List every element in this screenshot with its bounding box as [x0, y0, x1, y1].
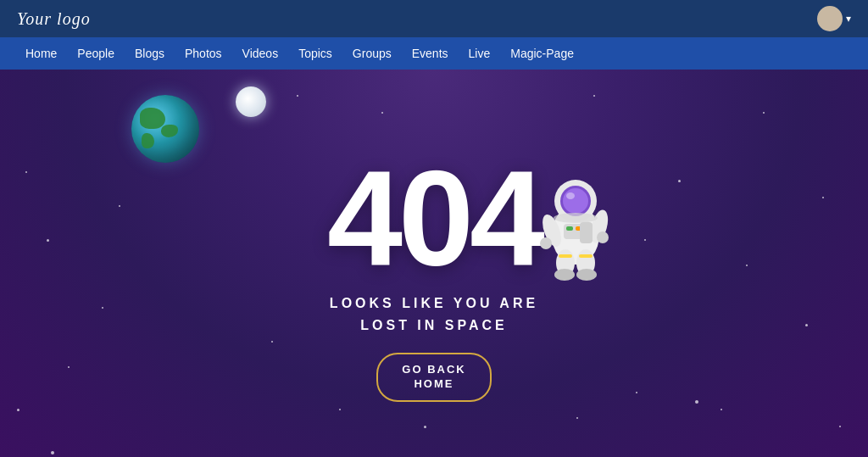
svg-rect-19 — [580, 222, 593, 243]
svg-rect-17 — [559, 254, 572, 258]
svg-point-4 — [566, 192, 575, 199]
earth-decoration — [131, 95, 199, 163]
button-line2: HOME — [414, 377, 453, 390]
star-decoration — [47, 239, 49, 242]
star-decoration — [839, 426, 841, 427]
star-decoration — [644, 239, 646, 241]
astronaut-decoration — [533, 163, 618, 281]
star-decoration — [102, 307, 103, 309]
star-decoration — [17, 409, 19, 411]
nav-blogs[interactable]: Blogs — [126, 42, 173, 65]
star-decoration — [721, 409, 722, 410]
svg-point-14 — [554, 269, 575, 281]
chevron-down-icon: ▾ — [846, 13, 851, 25]
nav-groups[interactable]: Groups — [344, 42, 400, 65]
continent-decoration — [142, 133, 154, 148]
star-decoration — [576, 417, 578, 419]
button-line1: GO BACK — [402, 363, 465, 376]
star-decoration — [746, 265, 748, 266]
star-decoration — [695, 400, 698, 404]
nav-people[interactable]: People — [69, 42, 123, 65]
earth-globe — [131, 95, 199, 163]
star-decoration — [271, 341, 273, 343]
error-message: LOOKS LIKE YOU ARE LOST IN SPACE — [330, 293, 538, 336]
nav-magic-page[interactable]: Magic-Page — [502, 42, 582, 65]
star-decoration — [763, 112, 765, 114]
nav-topics[interactable]: Topics — [290, 42, 341, 65]
star-decoration — [805, 324, 808, 326]
svg-point-11 — [597, 231, 609, 243]
star-decoration — [678, 180, 681, 182]
avatar[interactable] — [817, 6, 843, 31]
svg-rect-18 — [579, 254, 593, 258]
navbar: Home People Blogs Photos Videos Topics G… — [0, 37, 868, 70]
user-avatar-area[interactable]: ▾ — [817, 6, 851, 31]
error-code: 404 — [327, 150, 541, 286]
star-decoration — [822, 197, 824, 198]
svg-point-16 — [554, 213, 598, 223]
svg-rect-6 — [566, 226, 573, 231]
site-header: Your logo ▾ — [0, 0, 868, 37]
site-logo[interactable]: Your logo — [17, 9, 91, 29]
nav-home[interactable]: Home — [17, 42, 65, 65]
nav-events[interactable]: Events — [403, 42, 457, 65]
star-decoration — [119, 205, 120, 207]
star-decoration — [339, 409, 341, 410]
error-line2: LOST IN SPACE — [360, 318, 508, 332]
error-line1: LOOKS LIKE YOU ARE — [330, 296, 538, 310]
nav-photos[interactable]: Photos — [176, 42, 231, 65]
go-back-home-button[interactable]: GO BACK HOME — [376, 353, 491, 402]
star-decoration — [25, 171, 27, 173]
main-content: 404 LOOKS LIKE YOU ARE LOST IN SPACE GO … — [0, 70, 868, 457]
star-decoration — [381, 112, 383, 114]
svg-point-10 — [540, 237, 552, 249]
nav-videos[interactable]: Videos — [234, 42, 287, 65]
star-decoration — [51, 451, 54, 454]
star-decoration — [68, 366, 70, 368]
star-decoration — [297, 95, 298, 97]
svg-point-15 — [576, 269, 597, 281]
nav-live[interactable]: Live — [460, 42, 499, 65]
svg-point-3 — [563, 188, 588, 214]
star-decoration — [636, 392, 637, 393]
error-container: 404 LOOKS LIKE YOU ARE LOST IN SPACE GO … — [327, 150, 541, 402]
moon-decoration — [236, 86, 266, 117]
star-decoration — [593, 95, 595, 97]
star-decoration — [424, 426, 426, 428]
